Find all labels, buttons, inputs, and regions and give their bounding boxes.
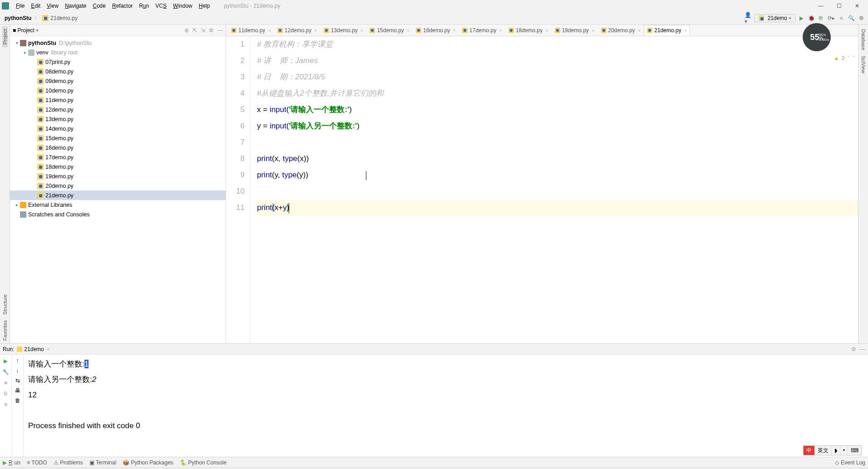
toolwindow-project-tab[interactable]: Project xyxy=(2,26,8,47)
window-close-icon[interactable]: ✕ xyxy=(848,0,866,12)
hide-icon[interactable]: — xyxy=(860,346,865,352)
line-number[interactable]: 5 xyxy=(226,102,245,118)
menu-navigate[interactable]: Navigate xyxy=(62,0,89,12)
chevron-down-icon[interactable]: ▾ xyxy=(14,40,20,45)
code-line[interactable]: y = input('请输入另一个整数:') xyxy=(257,118,858,134)
menu-file[interactable]: File xyxy=(13,0,28,12)
ime-half-icon[interactable]: ◗ xyxy=(832,446,840,455)
window-minimize-icon[interactable]: — xyxy=(812,0,830,12)
run-config-selector[interactable]: 21demo ▾ xyxy=(755,14,795,22)
up-icon[interactable]: ˄ xyxy=(847,50,850,66)
code-line[interactable]: #从键盘输入2个整数,并计算它们的和 xyxy=(257,85,858,102)
code-area[interactable]: # 教育机构：享学课堂# 讲 师：James# 日 期：2021/8/5#从键盘… xyxy=(251,36,858,343)
close-icon[interactable]: × xyxy=(499,28,502,33)
close-icon[interactable]: × xyxy=(314,28,317,33)
modify-icon[interactable]: 🔧 xyxy=(2,368,10,376)
close-icon[interactable]: × xyxy=(638,28,641,33)
print-icon[interactable]: 🖶 xyxy=(15,387,20,394)
code-line[interactable] xyxy=(257,183,858,200)
toolwindow-sciview-tab[interactable]: SciView xyxy=(861,53,866,76)
line-number[interactable]: 7 xyxy=(226,134,245,151)
code-line[interactable] xyxy=(257,134,858,151)
gear-icon[interactable]: ⚙ xyxy=(209,27,214,34)
line-number[interactable]: 6 xyxy=(226,118,245,134)
project-tree[interactable]: ▾ pythonStu D:\pythonStu ▸ venv library … xyxy=(10,36,226,343)
line-number[interactable]: 2 xyxy=(226,53,245,69)
editor-tab[interactable]: 12demo.py× xyxy=(274,25,321,36)
menu-view[interactable]: View xyxy=(44,0,62,12)
tree-file[interactable]: 19demo.py xyxy=(10,171,226,181)
line-number[interactable]: 3 xyxy=(226,69,245,85)
tab-terminal[interactable]: ▣ Terminal xyxy=(89,459,116,466)
line-number[interactable]: 8 xyxy=(226,151,245,167)
ime-mode-icon[interactable]: 中 xyxy=(804,446,815,455)
run-button-icon[interactable]: ▶ xyxy=(797,14,805,22)
editor-tab[interactable]: 19demo.py× xyxy=(552,25,598,36)
code-line[interactable]: # 日 期：2021/8/5 xyxy=(257,69,858,85)
editor-tab[interactable]: 20demo.py× xyxy=(598,25,644,36)
tab-run[interactable]: ▶ Run xyxy=(3,459,20,466)
run-tab[interactable]: 21demo × xyxy=(14,345,52,353)
editor-tab[interactable]: 11demo.py× xyxy=(228,25,274,36)
editor-body[interactable]: 1234567891011 # 教育机构：享学课堂# 讲 师：James# 日 … xyxy=(226,36,858,343)
tab-python-console[interactable]: 🐍 Python Console xyxy=(180,459,227,466)
network-meter-widget[interactable]: 55% ↑ 0K/s ↓ 3.6K/s xyxy=(803,23,831,51)
stop-button-icon[interactable]: ■ xyxy=(837,14,845,22)
tab-problems[interactable]: ⚠ Problems xyxy=(54,459,83,466)
editor-tab[interactable]: 18demo.py× xyxy=(505,25,552,36)
menu-code[interactable]: Code xyxy=(89,0,109,12)
ime-keyboard-icon[interactable]: ⌨ xyxy=(848,446,861,455)
tree-file[interactable]: 12demo.py xyxy=(10,105,226,114)
tree-file[interactable]: 18demo.py xyxy=(10,162,226,171)
locate-icon[interactable]: ⊕ xyxy=(184,27,189,34)
menu-window[interactable]: Window xyxy=(170,0,196,12)
inspection-widget[interactable]: ▲ 2 ˄ ˅ xyxy=(834,50,855,66)
menu-refactor[interactable]: Refactor xyxy=(109,0,136,12)
expand-icon[interactable]: ⇱ xyxy=(192,27,197,34)
close-icon[interactable]: × xyxy=(592,28,594,33)
code-line[interactable]: # 讲 师：James xyxy=(257,53,858,69)
tree-file[interactable]: 15demo.py xyxy=(10,133,226,143)
add-user-icon[interactable]: 👤▾ xyxy=(745,14,753,22)
tree-scratches[interactable]: Scratches and Consoles xyxy=(10,210,226,219)
wrap-icon[interactable]: ⇆ xyxy=(15,377,20,384)
editor-tab[interactable]: 17demo.py× xyxy=(459,25,505,36)
line-number[interactable]: 9 xyxy=(226,167,245,183)
window-maximize-icon[interactable]: ☐ xyxy=(830,0,848,12)
tree-external-libs[interactable]: ▸ External Libraries xyxy=(10,200,226,210)
event-log[interactable]: ◇ Event Log xyxy=(835,459,865,466)
editor-tab[interactable]: 13demo.py× xyxy=(321,25,367,36)
tree-file[interactable]: 16demo.py xyxy=(10,143,226,152)
code-line[interactable]: print(x, type(x)) xyxy=(257,151,858,167)
trash-icon[interactable]: 🗑 xyxy=(15,397,20,404)
code-line[interactable]: print(y, type(y)) xyxy=(257,167,858,183)
tree-file[interactable]: 10demo.py xyxy=(10,86,226,95)
down-icon[interactable]: ˅ xyxy=(853,50,855,66)
filter-icon[interactable]: ≡ xyxy=(2,401,10,408)
stop-icon[interactable]: ■ xyxy=(2,379,10,386)
up-icon[interactable]: ↑ xyxy=(16,357,19,364)
breadcrumb-project[interactable]: pythonStu xyxy=(3,15,33,21)
editor-tab[interactable]: 16demo.py× xyxy=(413,25,459,36)
tree-file[interactable]: 20demo.py xyxy=(10,181,226,191)
rerun-icon[interactable]: ▶ xyxy=(2,357,10,365)
tree-file[interactable]: 17demo.py xyxy=(10,152,226,162)
close-icon[interactable]: × xyxy=(360,28,363,33)
line-number[interactable]: 4 xyxy=(226,85,245,102)
tab-python-packages[interactable]: 📦 Python Packages xyxy=(123,459,173,466)
ime-punct-icon[interactable]: • xyxy=(840,446,848,455)
close-icon[interactable]: × xyxy=(684,28,687,33)
chevron-right-icon[interactable]: ▸ xyxy=(22,50,28,55)
close-icon[interactable]: × xyxy=(453,28,456,33)
close-icon[interactable]: × xyxy=(545,28,548,33)
editor-tab[interactable]: 21demo.py× xyxy=(644,25,690,36)
tree-file[interactable]: 09demo.py xyxy=(10,76,226,86)
close-icon[interactable]: × xyxy=(407,28,409,33)
line-number[interactable]: 1 xyxy=(226,36,245,53)
gear-icon[interactable]: ⚙ xyxy=(851,346,856,352)
code-line[interactable]: x = input('请输入一个整数:') xyxy=(257,102,858,118)
chevron-right-icon[interactable]: ▸ xyxy=(14,202,20,207)
dump-icon[interactable]: ⎘ xyxy=(2,390,10,397)
search-icon[interactable]: 🔍 xyxy=(847,14,855,22)
close-icon[interactable]: × xyxy=(268,28,271,33)
